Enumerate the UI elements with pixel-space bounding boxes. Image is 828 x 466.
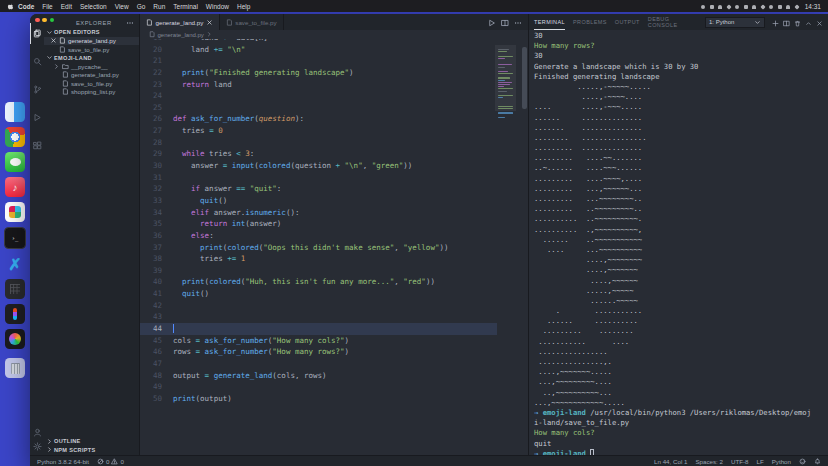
code-line-21[interactable]: 21 — [140, 55, 497, 67]
status-eol[interactable]: LF — [757, 458, 764, 465]
close-icon[interactable] — [50, 37, 57, 44]
code-line-39[interactable]: 39 — [140, 265, 497, 277]
new-terminal[interactable] — [772, 14, 779, 31]
code-line-35[interactable]: 35 return int(answer) — [140, 218, 497, 230]
close-panel[interactable] — [816, 14, 823, 31]
code-line-37[interactable]: 37 print(colored("Oops this didn't make … — [140, 242, 497, 254]
status-language-mode[interactable]: Python — [772, 458, 791, 465]
menubar-status-icon[interactable] — [726, 4, 731, 9]
panel-tab-terminal[interactable]: TERMINAL — [534, 14, 565, 30]
editor-tab[interactable]: generate_land.py — [140, 14, 220, 30]
feedback-button[interactable] — [799, 458, 806, 465]
terminal-output[interactable]: 30How many rows?30Generate a landscape w… — [534, 31, 826, 455]
menu-item-file[interactable]: File — [38, 3, 56, 10]
panel-tab-output[interactable]: OUTPUT — [615, 14, 640, 30]
code-line-29[interactable]: 29 while tries < 3: — [140, 148, 497, 160]
code-line-32[interactable]: 32 if answer == "quit": — [140, 183, 497, 195]
code-line-23[interactable]: 23 return land — [140, 79, 497, 91]
code-line-31[interactable]: 31 — [140, 172, 497, 184]
code-line-40[interactable]: 40 print(colored("Huh, this isn't fun an… — [140, 276, 497, 288]
dock-pinwheel-icon[interactable] — [5, 329, 25, 349]
more-editor-actions[interactable] — [514, 14, 522, 31]
activity-source-control[interactable] — [31, 79, 44, 100]
status-cursor-position[interactable]: Ln 44, Col 1 — [654, 458, 687, 465]
sidebar-section-npm-scripts[interactable]: NPM SCRIPTS — [44, 446, 139, 455]
menu-item-edit[interactable]: Edit — [57, 3, 76, 10]
menu-item-terminal[interactable]: Terminal — [169, 3, 202, 10]
panel-tab-debug-console[interactable]: DEBUG CONSOLE — [648, 14, 697, 30]
problems-indicator[interactable]: 00 — [97, 458, 124, 465]
tree-item-file[interactable]: generate_land.py — [44, 71, 139, 80]
maximize-window-button[interactable] — [50, 18, 55, 23]
menubar-status-icon[interactable] — [701, 5, 705, 9]
code-area[interactable]: 19 land += data[n]20 land += "\n"2122 pr… — [140, 39, 528, 455]
code-line-49[interactable]: 49 — [140, 381, 497, 393]
menubar-status-icon[interactable] — [778, 5, 782, 9]
menu-item-view[interactable]: View — [111, 3, 133, 10]
apple-menu-icon[interactable] — [7, 3, 14, 10]
activity-extensions[interactable] — [31, 135, 44, 156]
open-editor-item[interactable]: save_to_file.py — [44, 45, 139, 54]
activity-debug[interactable] — [31, 107, 44, 128]
dock-trash-icon[interactable] — [5, 358, 25, 378]
code-line-42[interactable]: 42 — [140, 300, 497, 312]
menu-item-help[interactable]: Help — [233, 3, 254, 10]
activity-account[interactable] — [31, 426, 44, 439]
status-encoding[interactable]: UTF-8 — [731, 458, 749, 465]
dock-figma-icon[interactable] — [5, 304, 25, 324]
activity-search[interactable] — [31, 51, 44, 72]
dock-terminal-icon[interactable] — [4, 227, 26, 249]
code-line-46[interactable]: 46rows = ask_for_number("How many rows?"… — [140, 346, 497, 358]
menu-item-run[interactable]: Run — [149, 3, 169, 10]
code-line-33[interactable]: 33 quit() — [140, 195, 497, 207]
code-line-48[interactable]: 48output = generate_land(cols, rows) — [140, 370, 497, 382]
code-line-50[interactable]: 50print(output) — [140, 393, 497, 405]
dock-chrome-icon[interactable] — [5, 127, 25, 147]
minimize-window-button[interactable] — [42, 18, 47, 23]
code-line-25[interactable]: 25 — [140, 102, 497, 114]
editor-tab[interactable]: save_to_file.py — [220, 14, 284, 30]
activity-files[interactable] — [30, 23, 44, 44]
menubar-status-icon[interactable] — [710, 5, 714, 9]
menu-item-selection[interactable]: Selection — [76, 3, 111, 10]
code-line-47[interactable]: 47 — [140, 358, 497, 370]
code-line-34[interactable]: 34 elif answer.isnumeric(): — [140, 207, 497, 219]
tree-item-file[interactable]: shopping_list.py — [44, 88, 139, 97]
menubar-status-icon[interactable] — [718, 5, 722, 9]
menubar-clock[interactable]: 14:31 — [805, 3, 821, 10]
menubar-status-icon[interactable] — [735, 5, 739, 9]
editor-scrollbar[interactable] — [522, 47, 527, 109]
close-icon[interactable] — [206, 19, 213, 26]
menubar-status-icon[interactable] — [752, 5, 756, 9]
tree-item-file[interactable]: save_to_file.py — [44, 79, 139, 88]
dock-music-icon[interactable] — [5, 177, 25, 197]
menubar-status-icon[interactable] — [769, 5, 773, 9]
shell-selector-dropdown[interactable]: 1: Python — [705, 17, 765, 28]
menu-item-code[interactable]: Code — [14, 3, 38, 10]
code-line-36[interactable]: 36 else: — [140, 230, 497, 242]
code-line-44[interactable]: 44 — [140, 323, 497, 335]
run-python-file[interactable] — [488, 14, 496, 31]
menubar-status-icon[interactable] — [760, 4, 765, 9]
menu-item-window[interactable]: Window — [202, 3, 233, 10]
open-editors-header[interactable]: OPEN EDITORS — [44, 28, 139, 37]
dock-vscode-icon[interactable] — [5, 254, 25, 274]
status-indentation[interactable]: Spaces: 2 — [695, 458, 723, 465]
activity-gear[interactable] — [31, 440, 44, 453]
python-version-indicator[interactable]: Python 3.8.2 64-bit — [37, 458, 89, 465]
open-editor-item[interactable]: generate_land.py — [44, 37, 139, 46]
code-line-24[interactable]: 24 — [140, 90, 497, 102]
code-line-20[interactable]: 20 land += "\n" — [140, 44, 497, 56]
close-window-button[interactable] — [35, 18, 40, 23]
maximize-panel[interactable] — [805, 14, 812, 31]
menubar-status-icon[interactable] — [786, 5, 790, 9]
dock-calculator-icon[interactable] — [5, 279, 25, 299]
breadcrumb-item[interactable]: generate_land.py — [158, 32, 204, 38]
dock-slack-icon[interactable] — [5, 202, 25, 222]
dock-messages-icon[interactable] — [5, 152, 25, 172]
code-line-38[interactable]: 38 tries += 1 — [140, 253, 497, 265]
code-line-41[interactable]: 41 quit() — [140, 288, 497, 300]
dock-finder-icon[interactable] — [5, 102, 25, 122]
code-line-43[interactable]: 43 — [140, 311, 497, 323]
workspace-folder-header[interactable]: EMOJI-LAND — [44, 54, 139, 63]
